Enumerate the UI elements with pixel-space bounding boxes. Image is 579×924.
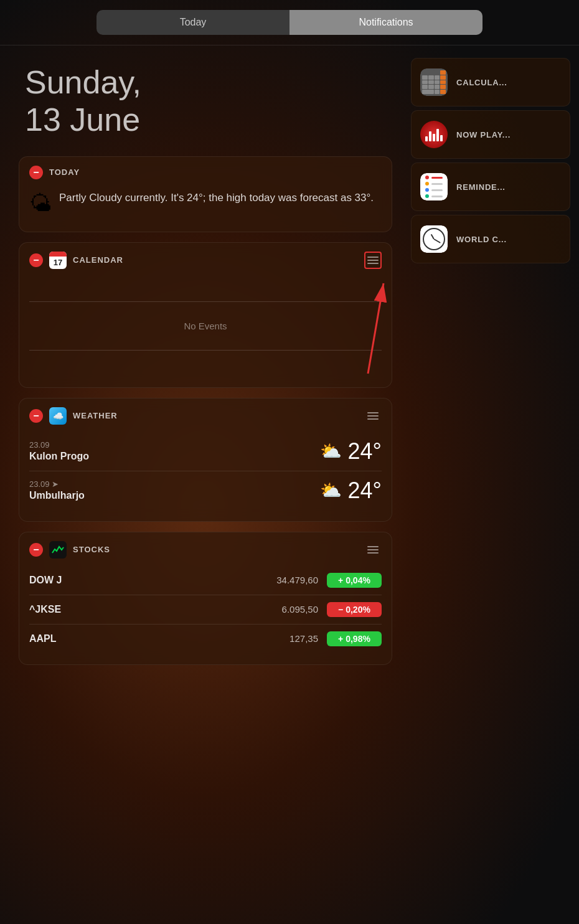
calendar-menu-button[interactable] xyxy=(364,252,382,269)
weather-right-1: ⛅ 24° xyxy=(320,438,382,464)
calculator-icon xyxy=(420,68,448,96)
weather-location-name-1: Kulon Progo xyxy=(29,451,320,462)
calendar-app-icon: 17 xyxy=(49,252,67,269)
weather-date-2: 23.09 ➤ xyxy=(29,479,320,489)
widget-today-header: TODAY xyxy=(29,166,382,179)
weather-location-1: 23.09 Kulon Progo xyxy=(29,440,320,462)
stock-ticker-jkse: ^JKSE xyxy=(29,604,282,615)
reminders-icon xyxy=(420,173,448,200)
remove-calendar-button[interactable] xyxy=(29,253,43,267)
widget-stocks: STOCKS DOW J 34.479,60 + 0,04% ^JKSE 6.0… xyxy=(19,532,392,665)
menu-line-3 xyxy=(367,418,379,420)
calculator-label: CALCULA... xyxy=(456,78,507,87)
stocks-rows: DOW J 34.479,60 + 0,04% ^JKSE 6.095,50 −… xyxy=(29,566,382,653)
right-panel: CALCULA... NOW PLAY... xyxy=(405,52,579,924)
remove-stocks-button[interactable] xyxy=(29,543,43,557)
today-content: 🌤 Partly Cloudy currently. It's 24°; the… xyxy=(29,187,382,220)
stock-badge-aapl: + 0,98% xyxy=(327,631,382,646)
stock-row-dowj: DOW J 34.479,60 + 0,04% xyxy=(29,566,382,595)
calendar-divider-bottom xyxy=(29,350,382,351)
weather-temp-2: 24° xyxy=(348,478,382,504)
menu-line-1 xyxy=(367,546,379,547)
no-events-text: No Events xyxy=(184,308,227,344)
partly-cloudy-icon: 🌤 xyxy=(29,191,52,217)
tab-notifications[interactable]: Notifications xyxy=(290,10,482,35)
weather-date-1: 23.09 xyxy=(29,440,320,450)
stock-row-aapl: AAPL 127,35 + 0,98% xyxy=(29,625,382,653)
date-date: 13 June xyxy=(25,101,392,139)
reminders-label: REMINDE... xyxy=(456,182,506,192)
weather-row-2: 23.09 ➤ Umbulharjo ⛅ 24° xyxy=(29,471,382,510)
stock-price-aapl: 127,35 xyxy=(290,633,318,644)
world-clock-icon xyxy=(420,225,448,253)
date-day: Sunday, xyxy=(25,64,392,101)
remove-weather-button[interactable] xyxy=(29,409,43,423)
stocks-menu-button[interactable] xyxy=(364,541,382,559)
weather-rows: 23.09 Kulon Progo ⛅ 24° 23.09 ➤ Umbulhar… xyxy=(29,432,382,510)
weather-right-2: ⛅ 24° xyxy=(320,478,382,504)
remove-today-button[interactable] xyxy=(29,166,43,179)
now-playing-icon xyxy=(420,121,448,148)
stock-ticker-aapl: AAPL xyxy=(29,633,290,644)
main-layout: Sunday, 13 June TODAY 🌤 Partly Cloudy cu… xyxy=(0,52,579,924)
menu-line-2 xyxy=(367,549,379,550)
stock-price-jkse: 6.095,50 xyxy=(282,604,318,615)
stock-row-jkse: ^JKSE 6.095,50 − 0,20% xyxy=(29,595,382,625)
widget-calendar-header: 17 CALENDAR xyxy=(29,252,382,269)
weather-menu-button[interactable] xyxy=(364,407,382,425)
stocks-app-icon xyxy=(49,541,67,559)
menu-line-2 xyxy=(367,415,379,417)
weather-location-name-2: Umbulharjo xyxy=(29,490,320,501)
right-widget-world-clock[interactable]: WORLD C... xyxy=(411,215,570,263)
widget-today-title: TODAY xyxy=(49,167,382,177)
widget-calendar-title: CALENDAR xyxy=(73,255,364,265)
menu-line-3 xyxy=(367,552,379,554)
bar-chart-icon xyxy=(425,128,443,141)
widget-today: TODAY 🌤 Partly Cloudy currently. It's 24… xyxy=(19,156,392,232)
weather-location-2: 23.09 ➤ Umbulharjo xyxy=(29,479,320,501)
widget-calendar: 17 CALENDAR No Events xyxy=(19,242,392,388)
header-tabs: Today Notifications xyxy=(96,10,482,35)
widget-stocks-header: STOCKS xyxy=(29,541,382,559)
today-text: Partly Cloudy currently. It's 24°; the h… xyxy=(59,191,374,206)
weather-icon-2: ⛅ xyxy=(320,480,342,501)
header-divider xyxy=(0,45,579,45)
calendar-divider-top xyxy=(29,301,382,302)
date-header: Sunday, 13 June xyxy=(19,64,392,139)
world-clock-label: WORLD C... xyxy=(456,235,507,244)
weather-temp-1: 24° xyxy=(348,438,382,464)
widget-weather-title: WEATHER xyxy=(73,411,364,420)
right-widget-now-playing[interactable]: NOW PLAY... xyxy=(411,110,570,159)
menu-line-1 xyxy=(367,412,379,413)
weather-row-1: 23.09 Kulon Progo ⛅ 24° xyxy=(29,432,382,471)
widget-weather-header: ☁️ WEATHER xyxy=(29,407,382,425)
menu-line-3 xyxy=(367,263,379,264)
menu-line-2 xyxy=(367,260,379,261)
left-panel: Sunday, 13 June TODAY 🌤 Partly Cloudy cu… xyxy=(0,52,405,924)
calendar-content: No Events xyxy=(29,276,382,376)
calendar-icon-date: 17 xyxy=(54,257,62,269)
tab-today[interactable]: Today xyxy=(96,10,290,35)
stock-price-dowj: 34.479,60 xyxy=(276,575,318,585)
weather-icon-1: ⛅ xyxy=(320,441,342,461)
menu-line-1 xyxy=(367,257,379,258)
right-widget-calculator[interactable]: CALCULA... xyxy=(411,58,570,106)
now-playing-label: NOW PLAY... xyxy=(456,130,511,139)
widget-stocks-title: STOCKS xyxy=(73,545,364,554)
right-widget-reminders[interactable]: REMINDE... xyxy=(411,163,570,211)
stock-ticker-dowj: DOW J xyxy=(29,575,276,586)
stock-badge-dowj: + 0,04% xyxy=(327,573,382,588)
widget-weather: ☁️ WEATHER 23.09 Kulon Progo ⛅ 24° xyxy=(19,398,392,522)
stock-badge-jkse: − 0,20% xyxy=(327,602,382,617)
weather-app-icon: ☁️ xyxy=(49,407,67,425)
